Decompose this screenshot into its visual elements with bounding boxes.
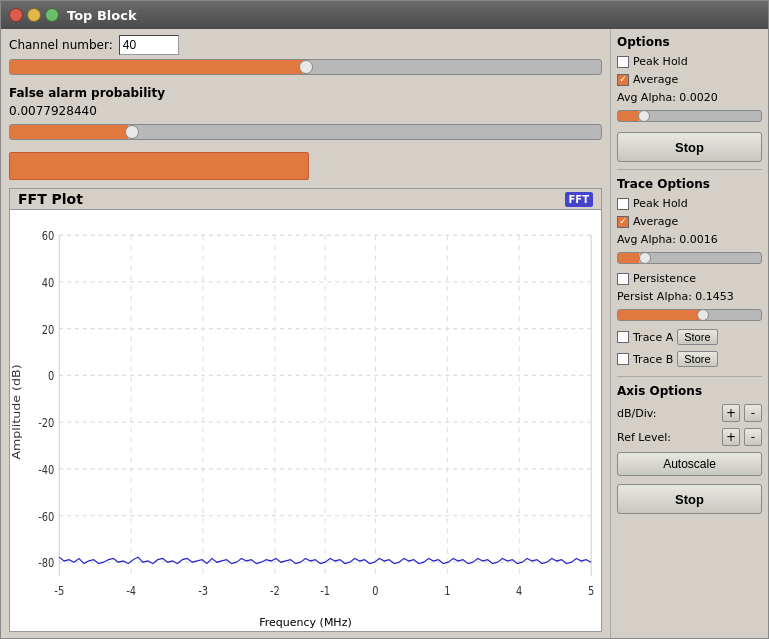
db-div-plus-button[interactable]: +: [722, 404, 740, 422]
trace-b-checkbox[interactable]: [617, 353, 629, 365]
fap-label: False alarm probability: [9, 86, 602, 100]
ref-level-label: Ref Level:: [617, 431, 718, 444]
svg-text:0: 0: [48, 368, 54, 384]
title-bar: Top Block: [1, 1, 768, 29]
left-panel: Channel number: False alarm probability …: [1, 29, 610, 638]
svg-text:-5: -5: [54, 583, 64, 599]
main-window: Top Block Channel number: False alarm pr…: [0, 0, 769, 639]
ref-level-row: Ref Level: + -: [617, 428, 762, 446]
fap-slider[interactable]: [9, 124, 602, 140]
trace-average-label: Average: [633, 215, 678, 228]
trace-a-checkbox[interactable]: [617, 331, 629, 343]
db-div-minus-button[interactable]: -: [744, 404, 762, 422]
channel-slider-container: [9, 59, 602, 78]
options-avg-alpha-label: Avg Alpha: 0.0020: [617, 91, 762, 104]
window-title: Top Block: [67, 8, 760, 23]
svg-text:4: 4: [516, 583, 522, 599]
options-peak-hold-row: Peak Hold: [617, 55, 762, 68]
svg-text:0: 0: [372, 583, 378, 599]
fft-plot-header: FFT Plot FFT: [10, 189, 601, 210]
stop-button-bottom[interactable]: Stop: [617, 484, 762, 514]
svg-text:-40: -40: [38, 462, 54, 478]
trace-average-checkbox[interactable]: [617, 216, 629, 228]
fft-plot-container: FFT Plot FFT: [9, 188, 602, 632]
svg-text:-3: -3: [198, 583, 208, 599]
options-peak-hold-label: Peak Hold: [633, 55, 688, 68]
channel-row: Channel number:: [9, 35, 602, 55]
channel-input[interactable]: [119, 35, 179, 55]
options-average-row: Average: [617, 73, 762, 86]
trace-a-store-button[interactable]: Store: [677, 329, 717, 345]
minimize-button[interactable]: [27, 8, 41, 22]
trace-avg-alpha-label: Avg Alpha: 0.0016: [617, 233, 762, 246]
stop-button-top[interactable]: Stop: [617, 132, 762, 162]
fap-value: 0.0077928440: [9, 104, 602, 118]
ref-level-minus-button[interactable]: -: [744, 428, 762, 446]
trace-options-title: Trace Options: [617, 177, 762, 191]
svg-text:60: 60: [42, 228, 55, 244]
plot-area[interactable]: 60 40 20 0 -20 -40 -60 -80 Amplitude (dB…: [10, 210, 601, 614]
svg-text:20: 20: [42, 321, 55, 337]
divider-1: [617, 169, 762, 170]
persistence-row: Persistence: [617, 272, 762, 285]
persist-alpha-label: Persist Alpha: 0.1453: [617, 290, 762, 303]
fft-title: FFT Plot: [18, 191, 83, 207]
axis-options-title: Axis Options: [617, 384, 762, 398]
svg-text:5: 5: [588, 583, 594, 599]
svg-text:-60: -60: [38, 508, 54, 524]
maximize-button[interactable]: [45, 8, 59, 22]
trace-b-row: Trace B Store: [617, 351, 762, 367]
trace-peak-hold-label: Peak Hold: [633, 197, 688, 210]
persistence-label: Persistence: [633, 272, 696, 285]
svg-text:-80: -80: [38, 555, 54, 571]
autoscale-button[interactable]: Autoscale: [617, 452, 762, 476]
options-peak-hold-checkbox[interactable]: [617, 56, 629, 68]
trace-b-label: Trace B: [633, 353, 673, 366]
close-button[interactable]: [9, 8, 23, 22]
trace-peak-hold-row: Peak Hold: [617, 197, 762, 210]
db-div-label: dB/Div:: [617, 407, 718, 420]
fft-plot-svg: 60 40 20 0 -20 -40 -60 -80 Amplitude (dB…: [10, 210, 601, 614]
progress-bar: [9, 152, 309, 180]
window-controls: [9, 8, 59, 22]
svg-text:-4: -4: [126, 583, 136, 599]
trace-b-store-button[interactable]: Store: [677, 351, 717, 367]
main-content: Channel number: False alarm probability …: [1, 29, 768, 638]
persist-alpha-slider[interactable]: [617, 309, 762, 321]
fap-section: False alarm probability 0.0077928440: [9, 86, 602, 146]
options-average-label: Average: [633, 73, 678, 86]
svg-text:-2: -2: [270, 583, 280, 599]
svg-text:40: 40: [42, 275, 55, 291]
divider-2: [617, 376, 762, 377]
right-panel: Options Peak Hold Average Avg Alpha: 0.0…: [610, 29, 768, 638]
svg-rect-0: [10, 210, 601, 614]
fft-badge: FFT: [565, 192, 593, 207]
trace-avg-alpha-slider[interactable]: [617, 252, 762, 264]
options-avg-alpha-slider[interactable]: [617, 110, 762, 122]
db-div-row: dB/Div: + -: [617, 404, 762, 422]
channel-label: Channel number:: [9, 38, 113, 52]
trace-peak-hold-checkbox[interactable]: [617, 198, 629, 210]
svg-text:-1: -1: [320, 583, 330, 599]
trace-a-row: Trace A Store: [617, 329, 762, 345]
ref-level-plus-button[interactable]: +: [722, 428, 740, 446]
svg-text:-20: -20: [38, 415, 54, 431]
trace-a-label: Trace A: [633, 331, 673, 344]
options-average-checkbox[interactable]: [617, 74, 629, 86]
persistence-checkbox[interactable]: [617, 273, 629, 285]
channel-slider[interactable]: [9, 59, 602, 75]
svg-text:Amplitude (dB): Amplitude (dB): [10, 364, 22, 459]
svg-text:1: 1: [444, 583, 450, 599]
trace-average-row: Average: [617, 215, 762, 228]
x-axis-label: Frequency (MHz): [10, 614, 601, 631]
options-title: Options: [617, 35, 762, 49]
